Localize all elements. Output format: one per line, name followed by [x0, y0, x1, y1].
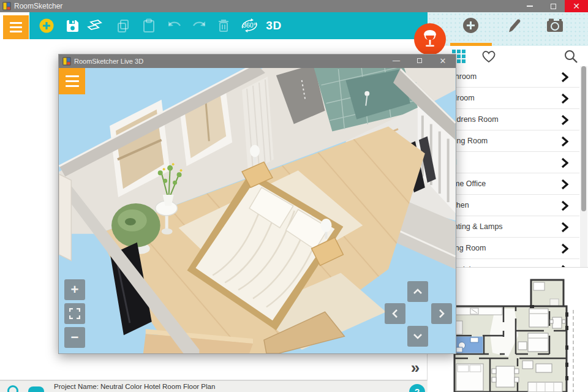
live3d-logo-icon	[62, 57, 71, 66]
toolbar-strip: 360° 3D	[29, 12, 428, 39]
delete-button[interactable]	[213, 12, 235, 39]
save-button[interactable]	[61, 12, 83, 39]
360-view-icon: 360°	[239, 17, 260, 34]
app-logo-icon	[2, 2, 11, 10]
chevron-down-icon	[413, 333, 423, 339]
close-button[interactable]: ✕	[565, 0, 588, 12]
view-360-button[interactable]: 360°	[238, 12, 260, 39]
redo-icon	[191, 20, 207, 32]
pencil-icon	[505, 17, 522, 34]
chevron-right-icon	[561, 157, 568, 168]
pan-right-button[interactable]	[431, 303, 452, 324]
live3d-menu-button[interactable]	[59, 68, 85, 94]
add-circle-icon	[462, 17, 479, 34]
live3d-close-button[interactable]: ✕	[434, 55, 452, 68]
panel-tabbar	[428, 12, 588, 46]
chevron-right-icon	[561, 243, 568, 254]
hamburger-menu-button[interactable]	[3, 15, 29, 39]
chair-icon	[421, 30, 439, 48]
live3d-minimize-button[interactable]: —	[387, 55, 405, 68]
minimize-button[interactable]	[518, 0, 541, 12]
main-toolbar: 360° 3D	[0, 12, 428, 39]
status-bar: Project Name: Neutral Color Hotel Room F…	[0, 380, 428, 392]
list-scrollbar[interactable]	[580, 66, 587, 267]
camera-icon	[546, 17, 564, 33]
plus-circle-icon	[39, 18, 55, 34]
tab-snapshot[interactable]	[541, 17, 569, 42]
tab-add-items[interactable]	[456, 17, 484, 42]
live3d-window[interactable]: RoomSketcher Live 3D — ✕	[58, 54, 456, 354]
expand-panel-button[interactable]: »	[404, 360, 426, 377]
fullscreen-icon	[69, 308, 80, 319]
chevron-right-icon	[561, 136, 568, 147]
chevron-right-icon	[439, 309, 445, 318]
tab-draw[interactable]	[499, 17, 527, 42]
main-titlebar: RoomSketcher ✕	[0, 0, 588, 12]
pan-left-button[interactable]	[385, 303, 405, 324]
chevron-right-icon	[561, 222, 568, 233]
redo-button[interactable]	[188, 12, 210, 39]
new-item-button[interactable]	[36, 12, 58, 39]
live3d-viewport[interactable]: + −	[59, 68, 456, 353]
view-3d-button[interactable]: 3D	[263, 12, 285, 39]
trash-icon	[217, 18, 230, 33]
search-icon[interactable]	[562, 47, 580, 66]
chevron-right-icon	[561, 200, 568, 211]
live3d-titlebar[interactable]: RoomSketcher Live 3D — ✕	[59, 55, 456, 68]
chevron-right-icon	[561, 93, 568, 104]
scrollbar-thumb[interactable]	[581, 66, 586, 211]
zoom-in-button[interactable]: +	[64, 279, 85, 300]
furniture-mode-button[interactable]	[414, 23, 446, 55]
layers-icon	[86, 18, 103, 33]
chevron-right-icon	[561, 179, 568, 190]
maximize-button[interactable]	[541, 0, 565, 12]
roomsketcher-app: RoomSketcher ✕	[0, 0, 588, 392]
chevron-right-icon	[561, 72, 568, 83]
save-icon	[66, 19, 80, 33]
copy-icon	[116, 18, 130, 33]
live3d-title: RoomSketcher Live 3D	[74, 58, 143, 65]
chevron-left-icon	[392, 309, 398, 318]
status-ring-icon	[7, 385, 18, 392]
undo-button[interactable]	[164, 12, 186, 39]
pan-up-button[interactable]	[407, 281, 428, 302]
undo-icon	[167, 20, 183, 32]
window-title: RoomSketcher	[14, 2, 62, 10]
fit-view-button[interactable]	[64, 303, 85, 324]
live3d-maximize-button[interactable]	[410, 55, 429, 68]
help-button[interactable]: ?	[409, 384, 425, 392]
zoom-out-button[interactable]: −	[64, 327, 85, 348]
project-name-label: Project Name: Neutral Color Hotel Room F…	[54, 383, 215, 390]
floors-button[interactable]	[83, 12, 105, 39]
copy-button[interactable]	[112, 12, 134, 39]
chevron-up-icon	[413, 288, 423, 295]
favorites-heart-icon[interactable]	[480, 47, 498, 66]
status-sync-icon	[28, 386, 44, 392]
paste-button[interactable]	[138, 12, 160, 39]
chevron-right-icon	[561, 115, 568, 126]
pan-down-button[interactable]	[407, 326, 428, 347]
paste-icon	[142, 18, 156, 33]
